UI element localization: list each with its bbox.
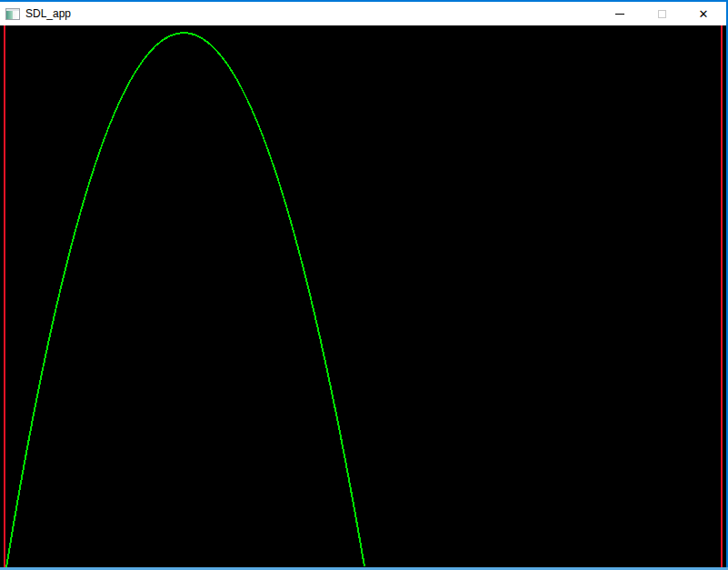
app-icon <box>5 8 20 20</box>
minimize-icon <box>615 14 624 15</box>
trajectory-path <box>6 33 364 567</box>
minimize-button[interactable] <box>599 2 641 25</box>
sdl-canvas <box>0 25 726 567</box>
caption-buttons: ✕ <box>599 2 724 25</box>
close-icon: ✕ <box>699 8 709 20</box>
title-bar[interactable]: SDL_app ✕ <box>0 0 726 25</box>
maximize-icon <box>658 10 666 18</box>
close-button[interactable]: ✕ <box>683 2 724 25</box>
maximize-button <box>641 2 683 25</box>
window-title: SDL_app <box>25 7 71 20</box>
trajectory-curve <box>0 25 726 567</box>
app-window: SDL_app ✕ <box>0 0 728 570</box>
